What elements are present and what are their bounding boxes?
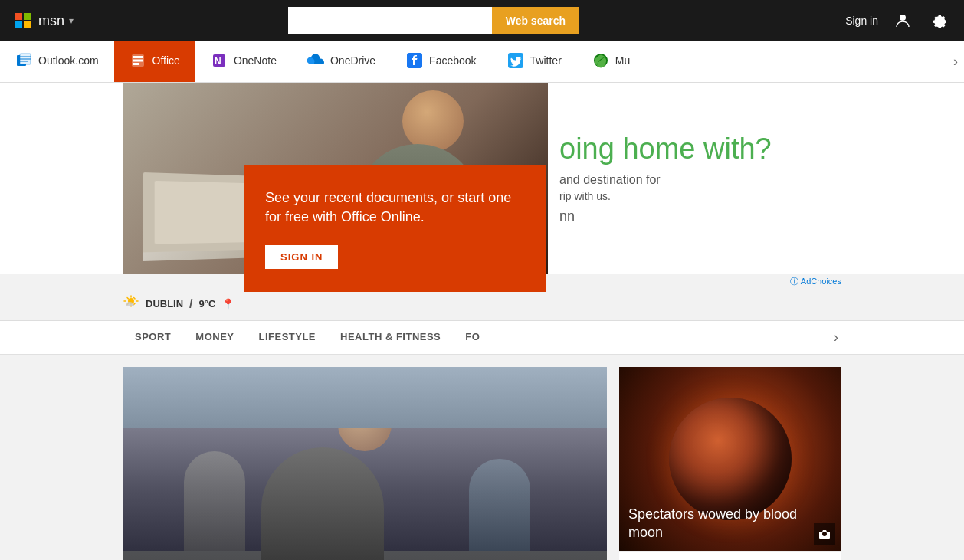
nav-item-office[interactable]: Office <box>114 41 195 82</box>
location-bar: DUBLIN / 9°C 📍 <box>0 287 964 321</box>
nav-item-onenote[interactable]: N OneNote <box>195 41 292 82</box>
nav-label-outlook: Outlook.com <box>38 54 99 67</box>
article-sidebar: Spectators wowed by blood moon Football'… <box>619 367 841 560</box>
banner-heading: oing home with? <box>559 133 772 165</box>
main-content: oing home with? and destination for rip … <box>0 83 964 560</box>
banner-subtext: and destination for <box>559 173 772 187</box>
onedrive-icon <box>307 52 324 69</box>
svg-text:N: N <box>215 56 221 67</box>
nav-item-xbox[interactable]: Mu <box>577 41 645 82</box>
nav-chevron-right[interactable]: › <box>947 41 964 82</box>
gear-icon[interactable] <box>927 8 952 33</box>
content-nav-health[interactable]: HEALTH & FITNESS <box>328 321 453 354</box>
nav-label-office: Office <box>152 54 180 67</box>
bg-figure-1 <box>184 451 245 551</box>
office-icon <box>130 52 146 69</box>
bg-figure-2 <box>469 459 530 551</box>
nav-label-facebook: Facebook <box>429 54 476 67</box>
nav-item-onedrive[interactable]: OneDrive <box>292 41 391 82</box>
nav-label-xbox: Mu <box>615 54 630 67</box>
navbar: Outlook.com Office N OneNote OneDrive Fa… <box>0 41 964 83</box>
office-dropdown-text: See your recent documents, or start one … <box>265 188 525 227</box>
content-nav-money[interactable]: MONEY <box>183 321 246 354</box>
sign-in-button[interactable]: Sign in <box>845 15 878 27</box>
sidebar-article-title-mars: Spectators wowed by blood moon <box>628 506 832 542</box>
web-search-button[interactable]: Web search <box>492 7 579 34</box>
nav-item-facebook[interactable]: Facebook <box>391 41 491 82</box>
banner-small: rip with us. <box>559 190 772 202</box>
articles-grid: The best quotes from Roy Keane's The Sec… <box>0 355 964 560</box>
sidebar-article-football[interactable]: Football's greatest facial hair <box>619 551 841 560</box>
nav-label-onenote: OneNote <box>234 54 277 67</box>
search-bar: Web search <box>288 7 579 34</box>
content-nav-sport[interactable]: SPORT <box>123 321 183 354</box>
xbox-icon <box>592 52 609 69</box>
content-nav: SPORT MONEY LIFESTYLE HEALTH & FITNESS F… <box>0 321 964 355</box>
banner-brand: nn <box>559 208 772 224</box>
main-article[interactable]: The best quotes from Roy Keane's The Sec… <box>123 367 607 560</box>
main-article-image <box>123 367 607 560</box>
twitter-icon <box>507 52 524 69</box>
msn-logo-icon <box>12 10 34 31</box>
outlook-icon <box>15 52 32 69</box>
main-article-caption: The best quotes from Roy Keane's The Sec… <box>123 549 607 560</box>
ad-icon: ⓘ <box>790 277 800 286</box>
search-input[interactable] <box>288 7 492 34</box>
location-separator: / <box>189 297 192 311</box>
nav-item-outlook[interactable]: Outlook.com <box>0 41 114 82</box>
sidebar-article-mars[interactable]: Spectators wowed by blood moon <box>619 367 841 551</box>
content-nav-lifestyle[interactable]: LIFESTYLE <box>246 321 328 354</box>
nav-label-onedrive: OneDrive <box>330 54 375 67</box>
banner-heading-green: oing home with? <box>559 133 772 165</box>
header: msn ▾ Web search Sign in <box>0 0 964 41</box>
onenote-icon: N <box>211 52 228 69</box>
nav-label-twitter: Twitter <box>530 54 562 67</box>
office-dropdown: See your recent documents, or start one … <box>244 165 546 292</box>
msn-logo[interactable]: msn ▾ <box>12 10 74 31</box>
location-pin-icon[interactable]: 📍 <box>221 298 234 310</box>
location-city: DUBLIN <box>146 298 183 309</box>
msn-text: msn <box>38 13 64 29</box>
sky-bg <box>123 367 607 428</box>
user-icon[interactable] <box>890 8 915 33</box>
header-right: Sign in <box>845 8 952 33</box>
svg-point-0 <box>900 15 906 21</box>
location-temp: 9°C <box>199 298 216 309</box>
facebook-icon <box>406 52 423 69</box>
weather-icon <box>123 295 139 313</box>
nav-item-twitter[interactable]: Twitter <box>492 41 577 82</box>
camera-icon <box>814 523 835 545</box>
banner-text: oing home with? and destination for rip … <box>559 133 772 224</box>
content-nav-fo[interactable]: FO <box>453 321 492 354</box>
ad-choices-label: AdChoices <box>801 277 841 286</box>
sidebar-article-caption-mars: Spectators wowed by blood moon <box>619 496 841 551</box>
content-nav-chevron-right[interactable]: › <box>831 321 841 354</box>
msn-chevron: ▾ <box>69 15 74 26</box>
office-dropdown-signin-button[interactable]: SIGN IN <box>265 245 338 269</box>
